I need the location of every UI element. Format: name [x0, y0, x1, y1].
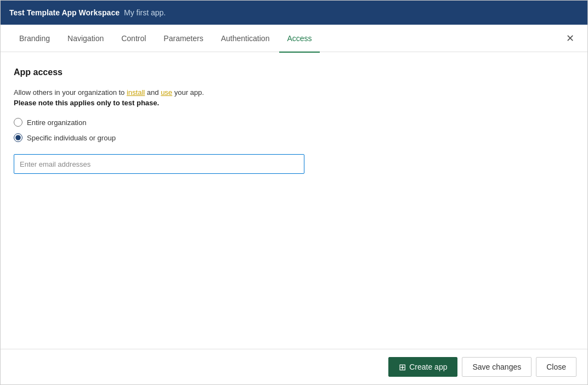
tab-branding[interactable]: Branding [12, 25, 58, 53]
create-icon: ⊞ [399, 362, 406, 372]
tab-access[interactable]: Access [279, 25, 319, 53]
create-app-button[interactable]: ⊞ Create app [388, 357, 457, 377]
radio-group: Entire organization Specific individuals… [14, 118, 574, 142]
radio-specific-individuals-label: Specific individuals or group [27, 134, 116, 142]
footer: ⊞ Create app Save changes Close [1, 349, 587, 384]
main-content: App access Allow others in your organiza… [1, 52, 587, 349]
radio-specific-individuals[interactable]: Specific individuals or group [14, 133, 574, 142]
app-title: Test Template App Workspace [9, 8, 120, 17]
email-addresses-input[interactable] [14, 154, 304, 174]
install-link[interactable]: install [127, 88, 145, 97]
description-line: Allow others in your organization to ins… [14, 88, 574, 97]
tab-control[interactable]: Control [114, 25, 154, 53]
tab-authentication[interactable]: Authentication [213, 25, 278, 53]
use-link[interactable]: use [161, 88, 172, 97]
app-subtitle: My first app. [124, 8, 166, 17]
tab-navigation[interactable]: Navigation [60, 25, 111, 53]
radio-entire-org-label: Entire organization [27, 118, 86, 127]
section-title: App access [14, 67, 574, 77]
title-bar: Test Template App Workspace My first app… [1, 1, 587, 25]
radio-entire-org-input[interactable] [14, 118, 22, 127]
app-window: Test Template App Workspace My first app… [0, 0, 588, 385]
tab-bar: Branding Navigation Control Parameters A… [1, 25, 587, 52]
description-note: Please note this applies only to test ph… [14, 99, 574, 107]
radio-entire-org[interactable]: Entire organization [14, 118, 574, 127]
close-icon[interactable]: ✕ [564, 31, 576, 46]
close-button[interactable]: Close [536, 357, 576, 377]
radio-specific-individuals-input[interactable] [14, 133, 22, 142]
tab-parameters[interactable]: Parameters [156, 25, 211, 53]
save-changes-button[interactable]: Save changes [462, 357, 532, 377]
